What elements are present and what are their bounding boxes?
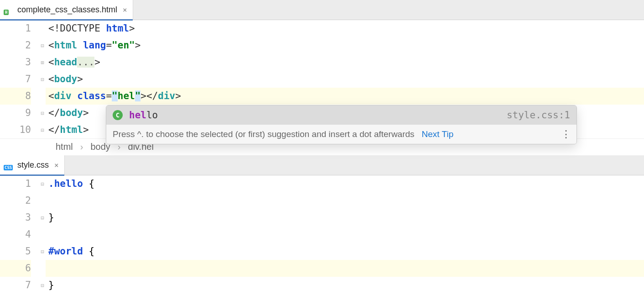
- next-tip-link[interactable]: Next Tip: [422, 129, 454, 139]
- line-number: 2: [0, 37, 31, 54]
- css-file-icon: CSS: [4, 160, 14, 170]
- line-number: 1: [0, 175, 31, 192]
- completion-hint: Press ^. to choose the selected (or firs…: [113, 129, 415, 139]
- code-line: <head...>: [46, 54, 644, 71]
- line-number: 7: [0, 71, 31, 88]
- more-icon[interactable]: ⋮: [561, 128, 570, 140]
- tab-bar: H complete_css_classes.html ×: [0, 0, 644, 20]
- fold-toggle-icon[interactable]: ⊟: [39, 37, 46, 54]
- html-editor-pane: H complete_css_classes.html × 1 2 3 7 8 …: [0, 0, 644, 155]
- code-line: <div class="hel"></div>: [46, 88, 644, 105]
- code-line: [46, 226, 644, 243]
- tab-css-file[interactable]: CSS style.css ×: [0, 155, 65, 175]
- fold-expand-icon[interactable]: ⊞: [39, 54, 46, 71]
- line-number: 3: [0, 54, 31, 71]
- code-line: <!DOCTYPE html>: [46, 20, 644, 37]
- code-line: [46, 260, 644, 277]
- fold-end-icon[interactable]: ⊟: [39, 105, 46, 122]
- code-line: <html lang="en">: [46, 37, 644, 54]
- fold-toggle-icon[interactable]: ⊟: [39, 71, 46, 88]
- completion-location: style.css:1: [507, 110, 570, 121]
- close-icon[interactable]: ×: [123, 5, 127, 14]
- code-line: }: [46, 209, 644, 226]
- line-number: 4: [0, 226, 31, 243]
- line-number: 9: [0, 105, 31, 122]
- css-editor-pane: CSS style.css × 1 2 3 4 5 6 7 ⊟ ⊟ ⊟ ⊟ .h…: [0, 155, 644, 296]
- completion-label: hello: [129, 110, 158, 121]
- line-number: 7: [0, 277, 31, 294]
- fold-column: ⊟ ⊞ ⊟ ⊟ ⊟: [39, 20, 46, 138]
- line-gutter: 1 2 3 4 5 6 7: [0, 175, 39, 294]
- tab-html-file[interactable]: H complete_css_classes.html ×: [0, 0, 133, 20]
- tab-label: style.css: [17, 160, 49, 170]
- line-number: 6: [0, 260, 31, 277]
- completion-item[interactable]: C hello style.css:1: [106, 106, 576, 125]
- class-icon: C: [113, 110, 123, 120]
- code-line: }: [46, 277, 644, 294]
- line-gutter: 1 2 3 7 8 9 10: [0, 20, 39, 138]
- close-icon[interactable]: ×: [54, 161, 59, 169]
- tab-label: complete_css_classes.html: [17, 5, 117, 15]
- code-line: .hello {: [46, 175, 644, 192]
- code-content[interactable]: .hello { } #world { }: [46, 175, 644, 294]
- line-number: 8: [0, 88, 31, 105]
- fold-column: ⊟ ⊟ ⊟ ⊟: [39, 175, 46, 294]
- fold-end-icon[interactable]: ⊟: [39, 122, 46, 138]
- line-number: 1: [0, 20, 31, 37]
- code-area[interactable]: 1 2 3 4 5 6 7 ⊟ ⊟ ⊟ ⊟ .hello { } #world …: [0, 175, 644, 294]
- line-number: 3: [0, 209, 31, 226]
- html-file-icon: H: [4, 5, 14, 15]
- line-number: 5: [0, 243, 31, 260]
- line-number: 2: [0, 192, 31, 209]
- chevron-right-icon: ›: [80, 142, 83, 152]
- code-line: [46, 192, 644, 209]
- tab-bar: CSS style.css ×: [0, 155, 644, 175]
- code-line: <body>: [46, 71, 644, 88]
- fold-end-icon[interactable]: ⊟: [39, 209, 46, 226]
- completion-footer: Press ^. to choose the selected (or firs…: [106, 125, 576, 144]
- breadcrumb-item[interactable]: html: [56, 142, 73, 152]
- fold-end-icon[interactable]: ⊟: [39, 277, 46, 294]
- fold-toggle-icon[interactable]: ⊟: [39, 243, 46, 260]
- completion-popup: C hello style.css:1 Press ^. to choose t…: [106, 105, 577, 144]
- line-number: 10: [0, 122, 31, 138]
- code-line: #world {: [46, 243, 644, 260]
- fold-toggle-icon[interactable]: ⊟: [39, 175, 46, 192]
